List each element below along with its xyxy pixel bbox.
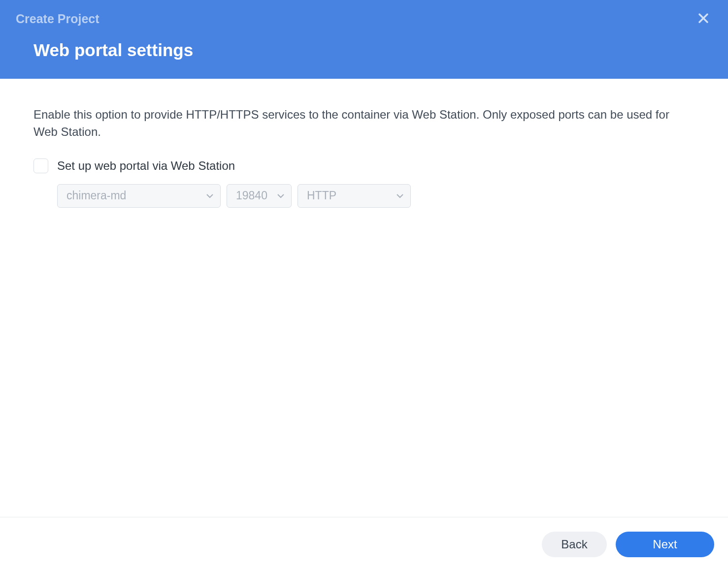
page-title: Web portal settings [0,27,728,60]
web-portal-selects: chimera-md 19840 HTTP [57,184,695,208]
web-portal-checkbox-label: Set up web portal via Web Station [57,159,235,173]
port-select-value: 19840 [236,189,267,202]
port-select[interactable]: 19840 [227,184,292,208]
chevron-down-icon [277,193,284,198]
protocol-select-value: HTTP [307,189,336,202]
web-portal-checkbox[interactable] [33,159,48,173]
dialog-header: Create Project Web portal settings [0,0,728,79]
close-button[interactable] [695,11,712,27]
container-select[interactable]: chimera-md [57,184,221,208]
dialog-content: Enable this option to provide HTTP/HTTPS… [0,79,728,517]
web-portal-checkbox-row: Set up web portal via Web Station [33,159,695,173]
dialog-footer: Back Next [0,517,728,571]
protocol-select[interactable]: HTTP [298,184,411,208]
close-icon [697,10,709,28]
next-button[interactable]: Next [616,532,714,557]
description-text: Enable this option to provide HTTP/HTTPS… [33,106,695,141]
container-select-value: chimera-md [66,189,126,202]
breadcrumb: Create Project [16,12,99,26]
chevron-down-icon [206,193,213,198]
back-button[interactable]: Back [542,532,607,557]
chevron-down-icon [397,193,403,198]
